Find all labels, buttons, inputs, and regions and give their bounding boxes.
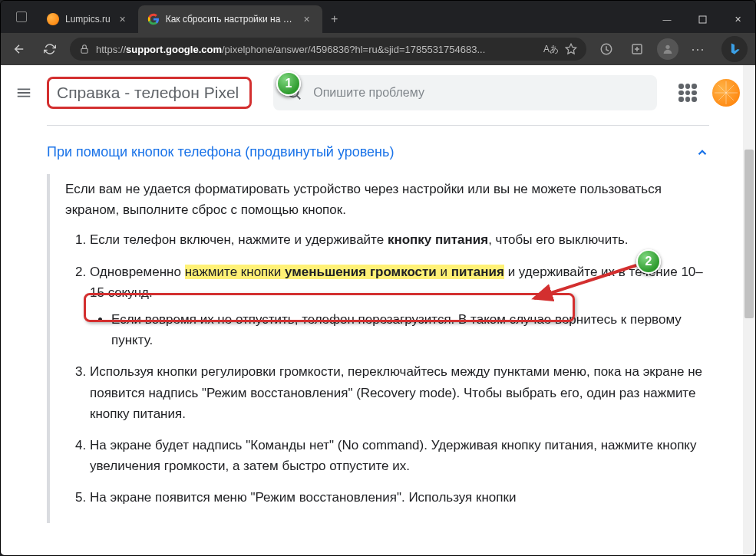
profile-button[interactable] — [657, 38, 678, 60]
google-apps-button[interactable] — [678, 84, 697, 102]
step-2-sub: Если вовремя их не отпустить, телефон пе… — [111, 309, 709, 350]
page-title: Справка - телефон Pixel — [57, 84, 239, 101]
article-intro: Если вам не удается форматировать устрой… — [65, 179, 709, 220]
accordion-header[interactable]: При помощи кнопок телефона (продвинутый … — [47, 135, 709, 174]
window-controls: — ✕ — [649, 5, 755, 33]
address-bar: https://support.google.com/pixelphone/an… — [1, 33, 755, 65]
page-content: Справка - телефон Pixel Опишите проблему… — [1, 65, 755, 555]
accordion-title: При помощи кнопок телефона (продвинутый … — [47, 144, 394, 160]
url-text: https://support.google.com/pixelphone/an… — [96, 44, 537, 55]
svg-rect-1 — [81, 48, 87, 53]
svg-point-4 — [665, 45, 669, 49]
collections-icon[interactable] — [626, 38, 648, 60]
minimize-button[interactable]: — — [649, 5, 685, 33]
maximize-button[interactable] — [685, 5, 720, 33]
menu-button[interactable] — [7, 76, 41, 110]
page-title-highlight: Справка - телефон Pixel — [47, 77, 252, 109]
reader-mode-icon[interactable]: Aあ — [543, 43, 559, 56]
favicon-orange-icon — [47, 13, 59, 25]
tab-title: Lumpics.ru — [65, 14, 111, 25]
step-2: Одновременно нажмите кнопки уменьшения г… — [90, 262, 709, 351]
close-icon[interactable]: × — [117, 13, 129, 25]
callout-marker-1: 1 — [276, 71, 301, 96]
close-icon[interactable]: × — [301, 13, 313, 25]
svg-rect-0 — [699, 16, 706, 23]
help-search-input[interactable]: Опишите проблему — [273, 75, 657, 110]
browser-titlebar: Lumpics.ru × Как сбросить настройки на т… — [1, 1, 755, 33]
tab-overview-icon[interactable] — [16, 12, 27, 22]
step-5: На экране появится меню "Режим восстанов… — [90, 487, 709, 508]
extensions-icon[interactable] — [596, 38, 617, 60]
step-1: Если телефон включен, нажмите и удержива… — [90, 229, 709, 250]
article-content: При помощи кнопок телефона (продвинутый … — [1, 125, 755, 523]
step-3: Используя кнопки регулировки громкости, … — [90, 361, 709, 424]
favicon-google-icon — [147, 13, 160, 25]
bing-chat-button[interactable] — [721, 36, 748, 62]
tab-strip: Lumpics.ru × Как сбросить настройки на т… — [38, 5, 649, 33]
lock-icon — [79, 44, 90, 54]
close-window-button[interactable]: ✕ — [720, 5, 755, 33]
tab-lumpics[interactable]: Lumpics.ru × — [38, 5, 138, 33]
more-icon[interactable]: ⋯ — [688, 38, 709, 60]
refresh-button[interactable] — [39, 38, 61, 60]
star-icon[interactable] — [565, 43, 577, 55]
back-button[interactable] — [8, 38, 30, 60]
tab-title: Как сбросить настройки на теле — [166, 14, 295, 25]
new-tab-button[interactable]: + — [322, 5, 347, 33]
callout-marker-2: 2 — [636, 249, 661, 274]
help-header: Справка - телефон Pixel Опишите проблему — [1, 65, 755, 120]
url-input[interactable]: https://support.google.com/pixelphone/an… — [70, 38, 586, 61]
account-avatar[interactable] — [712, 79, 740, 107]
scrollbar[interactable] — [743, 65, 755, 555]
chevron-up-icon — [695, 146, 709, 160]
scrollbar-thumb[interactable] — [744, 150, 754, 318]
step-4: На экране будет надпись "Команды нет" (N… — [90, 435, 709, 476]
search-placeholder: Опишите проблему — [313, 86, 424, 100]
article-body: Если вам не удается форматировать устрой… — [47, 174, 709, 523]
tab-google-support[interactable]: Как сбросить настройки на теле × — [138, 5, 322, 33]
